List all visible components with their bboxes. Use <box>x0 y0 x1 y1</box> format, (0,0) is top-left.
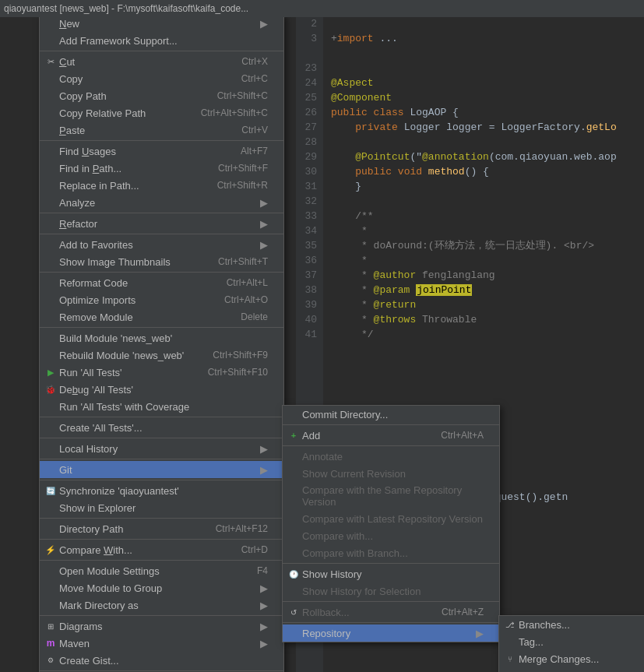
code-line-31: } <box>331 179 644 194</box>
branch-icon: ⎇ <box>502 621 518 629</box>
git-sep-1 <box>283 424 499 425</box>
menu-item-build[interactable]: Build Module 'news_web' <box>40 329 283 347</box>
menu-item-diagrams[interactable]: ⊞ Diagrams ▶ <box>40 617 283 635</box>
menu-item-compare-with[interactable]: ⚡ Compare With... Ctrl+D <box>40 541 283 558</box>
code-line-24: @Aspect <box>331 76 644 90</box>
gist-icon: ⚙ <box>43 656 58 664</box>
menu-item-debug-tests[interactable]: 🐞 Debug 'All Tests' <box>40 381 283 398</box>
menu-item-synchronize[interactable]: 🔄 Synchronize 'qiaoyuantest' <box>40 482 283 499</box>
separator-5 <box>40 272 283 273</box>
history-icon: 🕐 <box>286 570 301 579</box>
repo-tag[interactable]: Tag... <box>499 633 644 650</box>
code-line-28 <box>331 135 644 150</box>
repo-branches[interactable]: ⎇ Branches... <box>499 616 644 633</box>
git-sep-4 <box>283 601 499 602</box>
code-line-2 <box>331 16 644 31</box>
git-add[interactable]: + Add Ctrl+Alt+A <box>283 427 499 444</box>
git-repository[interactable]: Repository ▶ <box>283 625 499 642</box>
git-sep-3 <box>283 563 499 564</box>
menu-item-refactor[interactable]: Refactor ▶ <box>40 215 283 232</box>
menu-item-new[interactable]: New ▶ <box>40 15 283 32</box>
code-line-38: * @param joinPoint <box>331 283 644 297</box>
menu-item-git[interactable]: Git ▶ <box>40 461 283 478</box>
menu-item-copy-relative-path[interactable]: Copy Relative Path Ctrl+Alt+Shift+C <box>40 104 283 121</box>
separator-4 <box>40 234 283 234</box>
menu-item-rebuild[interactable]: Rebuild Module 'news_web' Ctrl+Shift+F9 <box>40 347 283 364</box>
menu-item-paste[interactable]: Paste Ctrl+V <box>40 121 283 139</box>
menu-item-module-settings[interactable]: Open Module Settings F4 <box>40 562 283 579</box>
add-icon: + <box>286 431 301 440</box>
menu-item-create-gist[interactable]: ⚙ Create Gist... <box>40 652 283 669</box>
code-line-32 <box>331 194 644 209</box>
git-compare-same[interactable]: Compare with the Same Repository Version <box>283 482 499 510</box>
menu-item-maven[interactable]: m Maven ▶ <box>40 635 283 652</box>
separator-6 <box>40 327 283 328</box>
menu-item-copy[interactable]: Copy Ctrl+C <box>40 70 283 87</box>
code-line-34: * <box>331 223 644 238</box>
run-icon: ▶ <box>43 368 58 378</box>
title-bar: qiaoyuantest [news_web] - F:\mysoft\kaif… <box>0 0 644 17</box>
menu-item-add-favorites[interactable]: Add to Favorites ▶ <box>40 236 283 253</box>
separator-7 <box>40 417 283 417</box>
separator-13 <box>40 560 283 561</box>
menu-item-replace[interactable]: Replace in Path... Ctrl+Shift+R <box>40 177 283 194</box>
repo-stash[interactable]: Stash Changes... <box>499 667 644 672</box>
merge-icon: ⑂ <box>502 655 518 663</box>
git-show-history-sel[interactable]: Show History for Selection <box>283 582 499 600</box>
menu-item-local-history[interactable]: Local History ▶ <box>40 440 283 457</box>
code-line-35: * doAround:(环绕方法，统一日志处理). <br/> <box>331 238 644 253</box>
menu-item-framework[interactable]: Add Framework Support... <box>40 32 283 49</box>
maven-icon: m <box>43 638 58 649</box>
code-line-33: /** <box>331 209 644 223</box>
git-show-revision[interactable]: Show Current Revision <box>283 465 499 482</box>
menu-item-optimize[interactable]: Optimize Imports Ctrl+Alt+O <box>40 291 283 308</box>
compare-icon: ⚡ <box>43 545 58 555</box>
menu-item-directory-path[interactable]: Directory Path Ctrl+Alt+F12 <box>40 520 283 537</box>
code-line-41: */ <box>331 327 644 342</box>
menu-item-mark-directory[interactable]: Mark Directory as ▶ <box>40 596 283 614</box>
menu-item-analyze[interactable]: Analyze ▶ <box>40 194 283 211</box>
separator-8 <box>40 438 283 438</box>
git-compare-latest[interactable]: Compare with Latest Repository Version <box>283 510 499 527</box>
git-rollback[interactable]: ↺ Rollback... Ctrl+Alt+Z <box>283 603 499 621</box>
separator-14 <box>40 615 283 616</box>
cut-icon: ✂ <box>43 57 58 67</box>
code-line-36: * <box>331 253 644 268</box>
code-line-37: * @author fenglanglang <box>331 268 644 283</box>
git-show-history[interactable]: 🕐 Show History <box>283 565 499 582</box>
separator-15 <box>40 670 283 671</box>
git-submenu: Commit Directory... + Add Ctrl+Alt+A Ann… <box>282 405 500 642</box>
git-annotate[interactable]: Annotate <box>283 448 499 465</box>
separator-11 <box>40 518 283 519</box>
code-line-30: public void method() { <box>331 164 644 179</box>
code-line-25: @Component <box>331 90 644 105</box>
separator-9 <box>40 459 283 459</box>
repo-merge[interactable]: ⑂ Merge Changes... <box>499 650 644 667</box>
menu-item-find-usages[interactable]: Find Usages Alt+F7 <box>40 142 283 160</box>
menu-item-run-tests[interactable]: ▶ Run 'All Tests' Ctrl+Shift+F10 <box>40 364 283 381</box>
menu-item-cut[interactable]: ✂ Cut Ctrl+X <box>40 53 283 70</box>
menu-item-create-tests[interactable]: Create 'All Tests'... <box>40 419 283 436</box>
separator-3 <box>40 213 283 213</box>
git-compare-with[interactable]: Compare with... <box>283 527 499 544</box>
menu-item-reformat[interactable]: Reformat Code Ctrl+Alt+L <box>40 274 283 291</box>
menu-item-run-coverage[interactable]: Run 'All Tests' with Coverage <box>40 398 283 415</box>
separator-1 <box>40 51 283 51</box>
sync-icon: 🔄 <box>43 487 58 495</box>
diagrams-icon: ⊞ <box>43 622 58 631</box>
menu-item-thumbnails[interactable]: Show Image Thumbnails Ctrl+Shift+T <box>40 253 283 270</box>
menu-item-move-module[interactable]: Move Module to Group ▶ <box>40 579 283 596</box>
menu-item-find-in-path[interactable]: Find in Path... Ctrl+Shift+F <box>40 160 283 177</box>
git-sep-5 <box>283 622 499 623</box>
repo-submenu: ⎇ Branches... Tag... ⑂ Merge Changes... … <box>498 615 644 672</box>
rollback-icon: ↺ <box>286 608 301 617</box>
git-commit-dir[interactable]: Commit Directory... <box>283 406 499 423</box>
menu-item-remove-module[interactable]: Remove Module Delete <box>40 308 283 325</box>
menu-item-show-explorer[interactable]: Show in Explorer <box>40 499 283 516</box>
context-menu: New ▶ Add Framework Support... ✂ Cut Ctr… <box>39 14 284 672</box>
code-line-27: private Logger logger = LoggerFactory.ge… <box>331 120 644 135</box>
menu-item-copy-path[interactable]: Copy Path Ctrl+Shift+C <box>40 87 283 104</box>
title-text: qiaoyuantest [news_web] - F:\mysoft\kaif… <box>4 3 248 14</box>
code-line-39: * @return <box>331 297 644 312</box>
git-compare-branch[interactable]: Compare with Branch... <box>283 544 499 561</box>
